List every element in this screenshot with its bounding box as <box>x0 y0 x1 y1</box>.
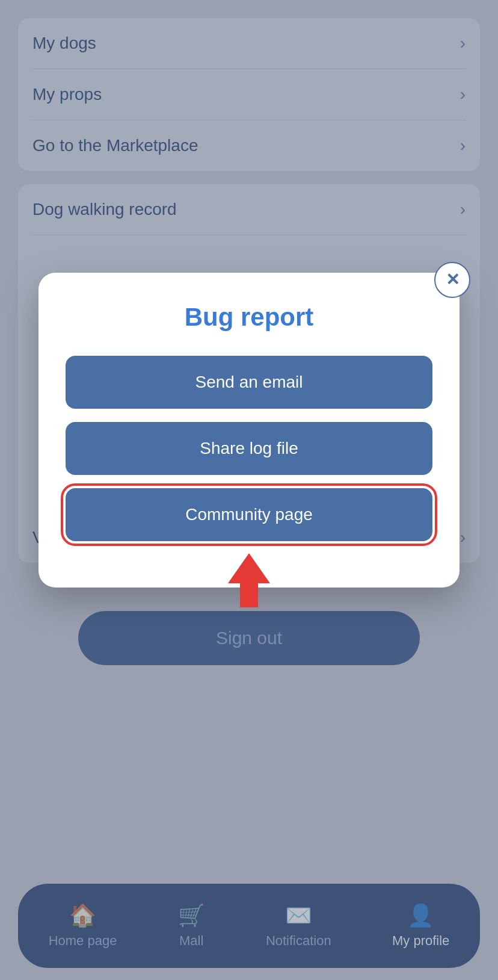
modal-title: Bug report <box>66 303 432 332</box>
send-email-button[interactable]: Send an email <box>66 356 432 409</box>
community-page-button[interactable]: Community page <box>66 488 432 541</box>
svg-marker-0 <box>228 553 270 607</box>
modal-close-button[interactable]: ✕ <box>434 262 470 298</box>
share-log-button[interactable]: Share log file <box>66 422 432 475</box>
arrow-annotation <box>222 550 276 610</box>
arrow-icon <box>222 550 276 610</box>
page-background: My dogs › My props › Go to the Marketpla… <box>0 0 498 980</box>
close-icon: ✕ <box>446 270 460 290</box>
modal-backdrop: ✕ Bug report Send an email Share log fil… <box>0 0 498 980</box>
bug-report-modal: ✕ Bug report Send an email Share log fil… <box>38 273 460 588</box>
community-btn-wrap: Community page <box>66 488 432 541</box>
